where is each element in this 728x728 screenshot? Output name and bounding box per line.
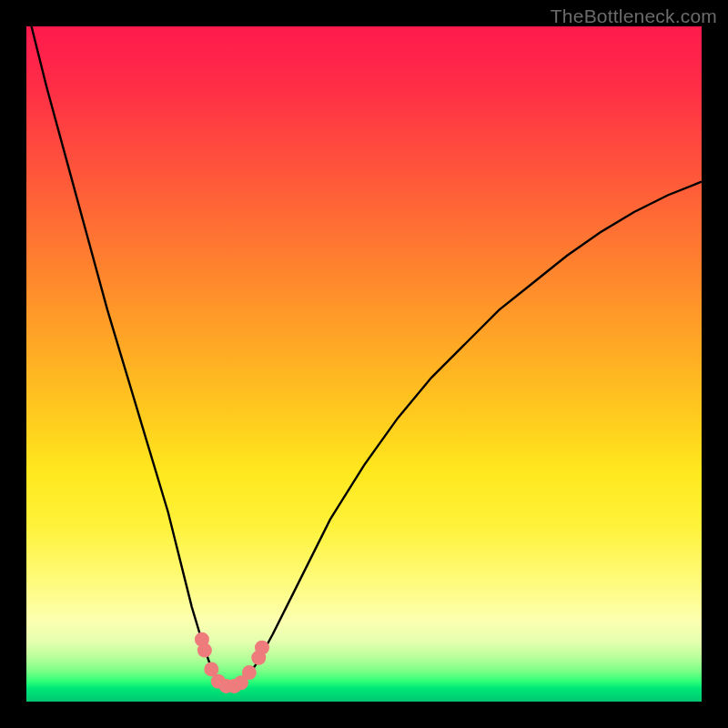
highlight-dot xyxy=(255,641,269,655)
bottleneck-curve xyxy=(26,26,702,688)
highlight-dots xyxy=(195,632,269,693)
watermark-text: TheBottleneck.com xyxy=(551,5,717,27)
chart-frame: TheBottleneck.com xyxy=(0,0,728,728)
curve-layer xyxy=(26,26,702,702)
plot-area xyxy=(26,26,702,702)
highlight-dot xyxy=(242,665,257,680)
highlight-dot xyxy=(197,643,212,658)
curve-path xyxy=(26,26,702,688)
